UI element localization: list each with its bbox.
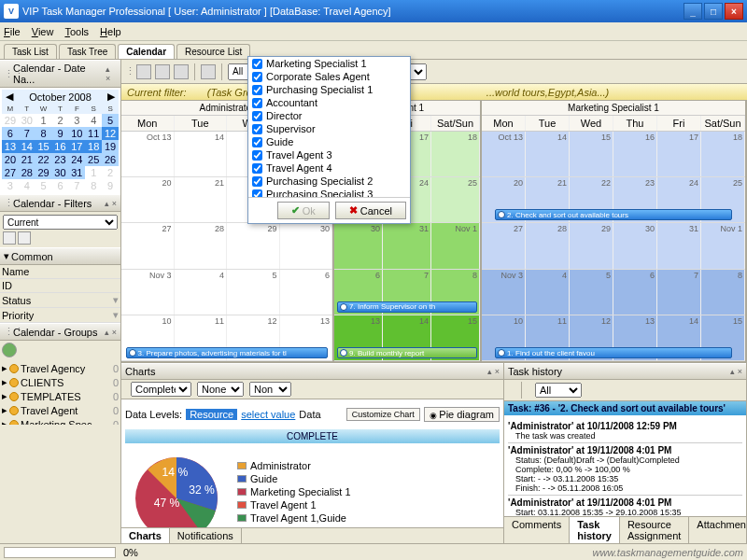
title-bar: V VIP Task Manager Professional [ User: … — [0, 0, 747, 22]
maximize-button[interactable]: □ — [704, 3, 723, 20]
pie-chart: 14 % 32 % 47 % — [125, 447, 228, 527]
task-bar[interactable]: 7. Inform Supervisor on th — [337, 301, 477, 313]
customize-chart-button[interactable]: Customize Chart — [346, 408, 420, 421]
filter-preset-select[interactable]: Current — [3, 215, 118, 230]
watermark-url: www.taskmanagementguide.com — [593, 547, 743, 558]
prev-month-icon[interactable]: ◀ — [6, 91, 13, 103]
dropdown-item[interactable]: Purchasing Specialist 3 — [248, 188, 410, 197]
menu-help[interactable]: Help — [100, 26, 121, 37]
group-tree[interactable]: ▸Travel Agency0▸CLIENTS0▸TEMPLATES0▸Trav… — [0, 359, 120, 425]
menu-view[interactable]: View — [32, 26, 54, 37]
status-bar: 0% www.taskmanagementguide.com — [0, 543, 747, 560]
dropdown-item[interactable]: Supervisor — [248, 122, 410, 135]
left-panel: ⋮⋮Calendar - Date Na...▴ × ◀October 2008… — [0, 60, 121, 543]
dropdown-cancel-button[interactable]: ✖Cancel — [335, 202, 406, 219]
svg-text:32 %: 32 % — [189, 483, 215, 497]
task-bar[interactable]: 3. Prepare photos, advertising materials… — [126, 347, 329, 358]
close-button[interactable]: × — [725, 3, 743, 20]
common-grid: NameIDStatus▾Priority▾ — [0, 265, 120, 323]
dropdown-item[interactable]: Marketing Specialist 1 — [248, 57, 410, 70]
charts-pane: Charts▴ × Complete None Non Data Levels:… — [121, 363, 504, 543]
common-header[interactable]: ▾Common — [0, 247, 120, 265]
tab-task-history[interactable]: Task history — [570, 517, 620, 543]
svg-text:47 %: 47 % — [154, 497, 180, 510]
window-title: VIP Task Manager Professional [ User: Ad… — [22, 6, 391, 17]
tab-comments[interactable]: Comments — [504, 517, 570, 543]
complete-label: COMPLETE — [125, 429, 500, 443]
dropdown-item[interactable]: Purchasing Specialist 2 — [248, 175, 410, 188]
chart-opt1[interactable]: Complete — [131, 382, 191, 397]
dropdown-item[interactable]: Travel Agent 3 — [248, 148, 410, 161]
history-task-title: Task: #36 - '2. Check and sort out avail… — [504, 401, 746, 415]
dropdown-item[interactable]: Corporate Sales Agent — [248, 70, 410, 83]
tool-icon[interactable] — [174, 64, 189, 79]
chart-opt2[interactable]: None — [197, 382, 244, 397]
dropdown-item[interactable]: Accountant — [248, 96, 410, 109]
app-icon: V — [4, 4, 19, 19]
minimize-button[interactable]: _ — [684, 3, 702, 20]
tool-icon[interactable] — [155, 64, 170, 79]
menu-tools[interactable]: Tools — [64, 26, 89, 37]
menu-file[interactable]: File — [4, 26, 21, 37]
bottom-tab-notifications[interactable]: Notifications — [170, 528, 242, 543]
dropdown-item[interactable]: Director — [248, 109, 410, 122]
calendar-toolbar: ⋮⋮ All Months,Days 30 min — [121, 60, 747, 84]
history-filter[interactable]: All — [535, 383, 582, 398]
tab-task-tree[interactable]: Task Tree — [59, 44, 116, 59]
tab-resource-assignment[interactable]: Resource Assignment — [620, 517, 689, 543]
history-pane: Task history▴ × All Task: #36 - '2. Chec… — [504, 363, 747, 543]
pie-diagram-button[interactable]: ◉ Pie diagram — [424, 407, 500, 422]
tab-task-list[interactable]: Task List — [4, 44, 57, 59]
resource-dropdown: Marketing Specialist 1Corporate Sales Ag… — [247, 56, 411, 224]
tab-resource-list[interactable]: Resource List — [176, 44, 250, 59]
filter-edit-icon[interactable] — [3, 231, 16, 245]
tab-calendar[interactable]: Calendar — [118, 44, 175, 59]
date-nav-header[interactable]: ⋮⋮Calendar - Date Na...▴ × — [0, 60, 120, 88]
next-month-icon[interactable]: ▶ — [107, 91, 115, 103]
mini-calendar[interactable]: ◀October 2008▶ MTWTFSS293012345678910111… — [0, 88, 120, 194]
svg-text:14 %: 14 % — [162, 466, 189, 479]
task-bar[interactable]: 9. Build monthly report — [337, 347, 477, 358]
dropdown-item[interactable]: Guide — [248, 135, 410, 148]
menu-bar: File View Tools Help — [0, 22, 747, 41]
chart-opt3[interactable]: Non — [249, 382, 291, 397]
bottom-tab-charts[interactable]: Charts — [121, 528, 170, 543]
level-select-value[interactable]: select value — [241, 409, 295, 420]
task-bar[interactable]: 1. Find out the client favou — [495, 347, 732, 358]
task-bar[interactable]: 2. Check and sort out available tours — [495, 209, 732, 220]
groups-header[interactable]: ⋮⋮Calendar - Groups▴ × — [0, 323, 120, 341]
calendar-area: Administrator MonTueWedThu Oct 131415162… — [121, 101, 747, 361]
filters-header[interactable]: ⋮⋮Calendar - Filters▴ × — [0, 194, 120, 212]
group-refresh-icon[interactable] — [2, 343, 17, 357]
level-data[interactable]: Data — [299, 409, 320, 420]
dropdown-item[interactable]: Purchasing Specialist 1 — [248, 83, 410, 96]
current-filter-bar: Current filter: (Task Group (TOU... ...w… — [121, 84, 747, 101]
level-resource[interactable]: Resource — [186, 409, 237, 420]
dropdown-ok-button[interactable]: ✔Ok — [277, 202, 330, 219]
tab-attachments[interactable]: Attachments — [689, 517, 747, 543]
section-head: Marketing Specialist 1 — [482, 101, 745, 116]
tool-icon[interactable] — [201, 64, 216, 79]
tool-icon[interactable] — [136, 64, 151, 79]
dropdown-item[interactable]: Travel Agent 4 — [248, 161, 410, 175]
filter-add-icon[interactable] — [18, 231, 31, 245]
